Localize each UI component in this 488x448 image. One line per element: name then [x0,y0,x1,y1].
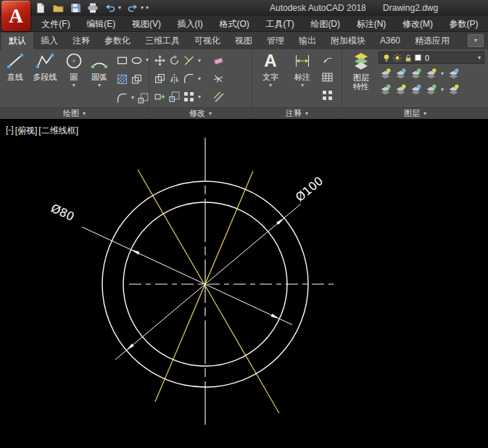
text-button[interactable]: 文字 ▾ [258,49,283,107]
dim-label-outer[interactable]: Ø100 [293,174,326,204]
plot-icon[interactable] [87,2,99,14]
tab-addins[interactable]: 附加模块 [323,32,373,49]
explode-button[interactable] [213,73,224,84]
layer-properties-button[interactable]: 图层特性 [346,49,376,107]
offset-button[interactable] [213,91,224,102]
tab-insert[interactable]: 插入 [33,32,65,49]
menu-format[interactable]: 格式(O) [219,18,249,30]
menu-parametric[interactable]: 参数(P) [450,18,479,30]
spline-button[interactable] [117,93,128,104]
menu-dimension[interactable]: 标注(N) [357,18,386,30]
unlock-icon[interactable] [404,54,413,62]
line-button[interactable]: 直线 [4,49,27,107]
qat-menu-caret-icon[interactable]: ▾ [146,5,149,11]
undo-caret-icon[interactable]: ▾ [118,5,121,11]
new-file-icon[interactable] [35,2,46,14]
caret-down-icon[interactable]: ▾ [441,71,444,77]
caret-down-icon[interactable]: ▾ [146,57,149,63]
tab-parametric[interactable]: 参数化 [97,32,138,49]
tab-view[interactable]: 视图 [228,32,260,49]
tab-visualize[interactable]: 可视化 [187,32,228,49]
layer-on-button[interactable] [395,84,406,95]
viewport-view-control[interactable]: [俯视] [15,125,38,137]
layer-select[interactable]: 0 ▾ [379,51,484,64]
model-space[interactable]: [-] [俯视] [二维线框] Ø80 Ø100 [0,119,488,448]
tab-3d-tools[interactable]: 三维工具 [138,32,187,49]
bulb-icon[interactable] [382,54,391,62]
layer-current-button[interactable] [448,84,459,95]
panel-layers-footer[interactable]: 图层 ▾ [342,107,488,119]
stretch-button[interactable] [154,91,165,102]
caret-down-icon[interactable]: ▾ [131,95,134,101]
menu-insert[interactable]: 插入(I) [178,18,203,30]
trim-button[interactable] [183,55,194,66]
rotate-button[interactable] [169,55,180,66]
layer-unisolate-button[interactable] [380,84,391,95]
dimension-style-button[interactable] [322,90,333,101]
caret-down-icon[interactable]: ▾ [441,87,444,93]
viewport-visual-style-control[interactable]: [二维线框] [38,125,78,137]
ellipse-button[interactable] [131,55,142,66]
caret-down-icon[interactable]: ▾ [98,83,101,88]
tab-annotate[interactable]: 注释 [65,32,97,49]
copy-button[interactable] [154,73,165,84]
layer-lock-button[interactable] [426,68,437,79]
caret-down-icon[interactable]: ▾ [73,83,75,88]
copy-tool-button[interactable] [131,74,142,85]
mirror-button[interactable] [169,73,180,84]
caret-down-icon[interactable]: ▾ [198,76,201,82]
undo-icon[interactable] [104,2,116,14]
menu-view[interactable]: 视图(V) [132,18,161,30]
caret-down-icon[interactable]: ▾ [301,83,304,88]
panel-modify-footer[interactable]: 修改 ▾ [149,107,252,119]
circle-button[interactable]: 圆 ▾ [63,49,85,107]
layer-color-swatch[interactable] [415,54,421,61]
array-button[interactable] [183,91,194,102]
ribbon-collapse-button[interactable]: ▾ [468,34,484,47]
move-button[interactable] [154,55,165,66]
construction-line-1[interactable] [155,171,253,402]
caret-down-icon[interactable]: ▾ [269,83,272,88]
panel-annotate-footer[interactable]: 注释 ▾ [252,107,342,119]
panel-draw-footer[interactable]: 绘图 ▾ [0,107,149,119]
erase-button[interactable] [213,55,224,66]
viewport-menu-control[interactable]: [-] [6,125,14,137]
tab-featured-apps[interactable]: 精选应用 [408,32,457,49]
menu-file[interactable]: 文件(F) [41,18,70,30]
leader-button[interactable] [322,54,333,65]
caret-down-icon[interactable]: ▾ [198,94,201,100]
tab-output[interactable]: 输出 [291,32,323,49]
polyline-button[interactable]: 多段线 [29,49,61,107]
arc-button[interactable]: 圆弧 ▾ [87,49,112,107]
menu-draw[interactable]: 绘图(D) [310,18,340,30]
redo-caret-icon[interactable]: ▾ [141,5,144,11]
tab-default[interactable]: 默认 [1,32,33,49]
layer-match-button[interactable] [448,68,459,79]
open-file-icon[interactable] [52,2,64,14]
tab-manage[interactable]: 管理 [260,32,291,49]
caret-down-icon[interactable]: ▾ [478,55,481,61]
save-icon[interactable] [70,2,81,14]
redo-icon[interactable] [127,2,138,14]
caret-down-icon[interactable]: ▾ [198,58,201,64]
region-button[interactable] [138,93,149,104]
layer-thaw-button[interactable] [410,84,421,95]
layer-freeze-button[interactable] [410,68,421,79]
menu-edit[interactable]: 编辑(E) [86,18,115,30]
hatch-button[interactable] [117,74,128,85]
rectangle-button[interactable] [117,55,128,66]
layer-unlock-button[interactable] [426,84,437,95]
dim-label-inner[interactable]: Ø80 [49,201,76,223]
application-menu-button[interactable]: A [1,1,30,31]
layer-isolate-button[interactable] [395,68,406,79]
drawing-canvas[interactable]: Ø80 Ø100 [0,119,488,448]
tab-a360[interactable]: A360 [373,32,408,49]
sun-icon[interactable] [393,54,402,62]
layer-off-button[interactable] [380,68,391,79]
menu-modify[interactable]: 修改(M) [402,18,433,30]
dim-line-outer[interactable] [115,204,301,360]
dim-line-inner[interactable] [82,227,292,325]
menu-tools[interactable]: 工具(T) [265,18,294,30]
dimension-button[interactable]: 标注 ▾ [289,49,316,107]
fillet-button[interactable] [183,73,194,84]
